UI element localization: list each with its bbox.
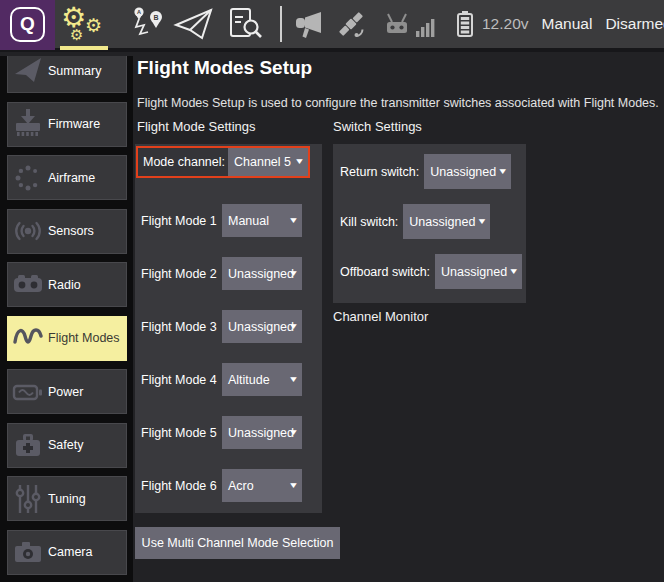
rc-transmitter-icon[interactable] xyxy=(384,12,410,36)
chevron-down-icon: ▼ xyxy=(476,217,487,225)
firmware-download-icon xyxy=(8,108,48,140)
chevron-down-icon: ▼ xyxy=(508,267,519,275)
sidebar-item-summary[interactable]: Summary xyxy=(7,56,127,93)
kill-switch-dropdown[interactable]: Unassigned ▼ xyxy=(403,204,490,239)
flight-mode-4-dropdown[interactable]: Altitude ▼ xyxy=(222,363,302,396)
offboard-switch-row: Offboard switch: Unassigned ▼ xyxy=(340,254,522,289)
sidebar-item-tuning[interactable]: Tuning xyxy=(7,476,127,521)
battery-icon[interactable] xyxy=(455,9,475,39)
flight-mode-settings-panel: Mode channel: Channel 5 ▼ Flight Mode 1 … xyxy=(135,144,322,513)
mode-channel-label: Mode channel: xyxy=(143,155,225,169)
setup-sidebar: Summary Firmware xyxy=(0,56,133,582)
svg-text:B: B xyxy=(153,14,158,21)
channel-monitor-label: Channel Monitor xyxy=(333,309,428,324)
sine-wave-icon xyxy=(8,322,48,354)
flight-mode-2-row: Flight Mode 2 Unassigned ▼ xyxy=(141,257,317,290)
kill-switch-row: Kill switch: Unassigned ▼ xyxy=(340,204,490,239)
svg-text:A: A xyxy=(137,9,141,15)
sidebar-item-safety[interactable]: Safety xyxy=(7,423,127,468)
mode-channel-dropdown[interactable]: Channel 5 ▼ xyxy=(228,148,308,176)
chevron-down-icon: ▼ xyxy=(497,167,508,175)
sidebar-item-power[interactable]: Power xyxy=(7,369,127,414)
qgc-logo-icon: Q xyxy=(10,7,45,42)
chevron-down-icon: ▼ xyxy=(288,216,299,224)
chevron-down-icon: ▼ xyxy=(288,375,299,383)
use-multi-channel-mode-selection-button[interactable]: Use Multi Channel Mode Selection xyxy=(135,527,340,559)
flight-mode-2-dropdown[interactable]: Unassigned ▼ xyxy=(222,257,302,290)
mode-channel-row-highlighted: Mode channel: Channel 5 ▼ xyxy=(136,146,310,178)
qgc-logo[interactable]: Q xyxy=(0,0,55,50)
flight-mode-3-row: Flight Mode 3 Unassigned ▼ xyxy=(141,310,317,343)
chevron-down-icon: ▼ xyxy=(288,269,299,277)
page-title: Flight Modes Setup xyxy=(137,57,312,79)
chevron-down-icon: ▼ xyxy=(288,322,299,330)
offboard-switch-dropdown[interactable]: Unassigned ▼ xyxy=(435,254,522,289)
analyze-document-icon[interactable] xyxy=(228,7,266,41)
battery-power-icon xyxy=(8,376,48,408)
gps-satellite-icon[interactable] xyxy=(336,9,366,39)
battery-voltage[interactable]: 12.20v xyxy=(482,15,529,33)
return-switch-dropdown[interactable]: Unassigned ▼ xyxy=(424,154,511,189)
flight-mode-4-row: Flight Mode 4 Altitude ▼ xyxy=(141,363,317,396)
qgroundcontrol-window: Q ⚙ ⚙ ⚙ A B xyxy=(0,0,664,582)
dotted-circle-icon xyxy=(8,162,48,194)
chevron-down-icon: ▼ xyxy=(288,481,299,489)
flight-mode-settings-header: Flight Mode Settings xyxy=(137,119,256,134)
sidebar-item-sensors[interactable]: Sensors xyxy=(7,209,127,254)
flight-mode-3-dropdown[interactable]: Unassigned ▼ xyxy=(222,310,302,343)
flight-mode-5-dropdown[interactable]: Unassigned ▼ xyxy=(222,416,302,449)
flight-mode-6-dropdown[interactable]: Acro ▼ xyxy=(222,469,302,502)
signal-waves-icon xyxy=(8,215,48,247)
signal-bars-icon xyxy=(416,11,436,38)
sidebar-item-flight-modes[interactable]: Flight Modes xyxy=(7,316,127,361)
page-description: Flight Modes Setup is used to configure … xyxy=(137,96,659,110)
flight-mode-1-dropdown[interactable]: Manual ▼ xyxy=(222,204,302,237)
plan-route-icon[interactable]: A B xyxy=(131,6,165,42)
tab-vehicle-setup[interactable]: ⚙ ⚙ ⚙ xyxy=(59,0,109,50)
camera-icon xyxy=(8,536,48,568)
sidebar-item-radio[interactable]: Radio xyxy=(7,262,127,307)
paper-plane-icon xyxy=(8,56,48,87)
switch-settings-header: Switch Settings xyxy=(333,119,422,134)
selected-tab-underline xyxy=(60,46,108,50)
flight-mode-5-row: Flight Mode 5 Unassigned ▼ xyxy=(141,416,317,449)
toolbar-divider xyxy=(280,6,282,42)
sidebar-item-camera[interactable]: Camera xyxy=(7,530,127,575)
chevron-down-icon: ▼ xyxy=(288,428,299,436)
flight-mode-1-row: Flight Mode 1 Manual ▼ xyxy=(141,204,317,237)
medical-case-icon xyxy=(8,429,48,461)
top-toolbar: Q ⚙ ⚙ ⚙ A B xyxy=(0,0,664,52)
sidebar-item-firmware[interactable]: Firmware xyxy=(7,102,127,147)
sidebar-item-airframe[interactable]: Airframe xyxy=(7,155,127,200)
chevron-down-icon: ▼ xyxy=(294,158,305,166)
gears-settings-icon: ⚙ ⚙ ⚙ xyxy=(59,2,109,46)
megaphone-icon[interactable] xyxy=(292,8,324,40)
rc-goggles-icon xyxy=(8,269,48,301)
fly-paper-plane-icon[interactable] xyxy=(173,7,215,41)
flight-mode-indicator[interactable]: Manual xyxy=(542,15,593,33)
flight-mode-6-row: Flight Mode 6 Acro ▼ xyxy=(141,469,317,502)
switch-settings-panel: Return switch: Unassigned ▼ Kill switch:… xyxy=(333,144,526,303)
return-switch-row: Return switch: Unassigned ▼ xyxy=(340,154,511,189)
arm-state-indicator[interactable]: Disarmed xyxy=(605,15,664,33)
sliders-icon xyxy=(8,483,48,515)
